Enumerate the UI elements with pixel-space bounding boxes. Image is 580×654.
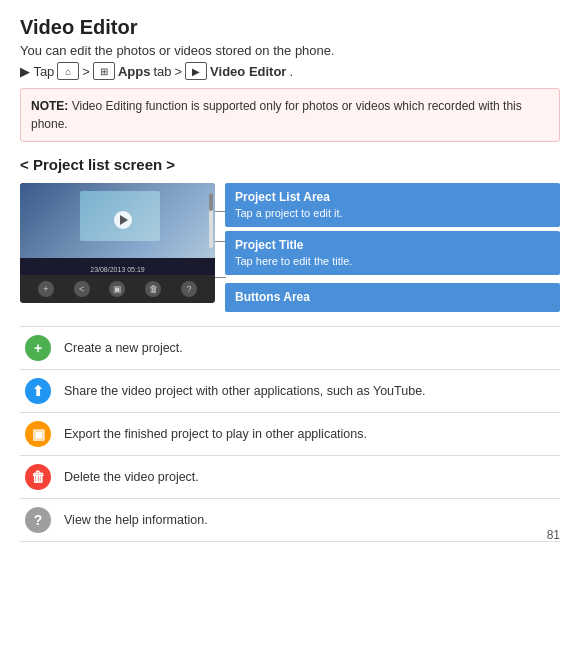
video-editor-label: Video Editor	[210, 64, 286, 79]
callout-buttons-area: Buttons Area	[225, 283, 560, 312]
connector-line-1	[215, 211, 226, 212]
desc-cell-delete: Delete the video project.	[60, 456, 560, 499]
desc-cell-help: View the help information.	[60, 499, 560, 542]
intro-text: You can edit the photos or videos stored…	[20, 43, 560, 58]
note-label: NOTE:	[31, 99, 68, 113]
callout-project-title: Project Title Tap here to edit the title…	[225, 231, 560, 275]
note-text: Video Editing function is supported only…	[31, 99, 522, 131]
table-row: + Create a new project.	[20, 327, 560, 370]
bottom-toolbar: + < ▣ 🗑 ?	[20, 275, 215, 303]
section-header: < Project list screen >	[20, 156, 560, 173]
home-icon: ⌂	[57, 62, 79, 80]
video-editor-icon: ▶	[185, 62, 207, 80]
callout-project-title-title: Project Title	[235, 237, 550, 254]
page-number: 81	[547, 528, 560, 542]
icon-cell-delete: 🗑	[20, 456, 60, 499]
apps-label: Apps	[118, 64, 151, 79]
icon-cell-create: +	[20, 327, 60, 370]
table-row: ▣ Export the finished project to play in…	[20, 413, 560, 456]
tap-greater1: >	[82, 64, 90, 79]
icon-cell-export: ▣	[20, 413, 60, 456]
callout-project-list: Project List Area Tap a project to edit …	[225, 183, 560, 227]
create-icon: +	[25, 335, 51, 361]
connector-line-3	[215, 277, 226, 278]
scrollbar-thumb	[209, 193, 213, 211]
timestamp: 23/08/2013 05:19	[90, 266, 145, 273]
delete-icon: 🗑	[25, 464, 51, 490]
desc-cell-share: Share the video project with other appli…	[60, 370, 560, 413]
tap-greater2: >	[175, 64, 183, 79]
page-title: Video Editor	[20, 16, 560, 39]
table-row: ? View the help information.	[20, 499, 560, 542]
share-icon[interactable]: <	[74, 281, 90, 297]
tap-prefix: ▶ Tap	[20, 64, 54, 79]
help-icon[interactable]: ?	[181, 281, 197, 297]
note-box: NOTE: Video Editing function is supporte…	[20, 88, 560, 142]
table-row: 🗑 Delete the video project.	[20, 456, 560, 499]
screenshot-box: 23/08/2013 05:19 + < ▣ 🗑 ?	[20, 183, 215, 303]
callout-project-title-desc: Tap here to edit the title.	[235, 254, 550, 269]
play-triangle-icon	[120, 215, 128, 225]
period: .	[289, 64, 293, 79]
scrollbar[interactable]	[209, 193, 213, 248]
export-icon[interactable]: ▣	[109, 281, 125, 297]
add-icon[interactable]: +	[38, 281, 54, 297]
desc-cell-create: Create a new project.	[60, 327, 560, 370]
tap-tab: tab	[153, 64, 171, 79]
icon-cell-share: ⬆	[20, 370, 60, 413]
share-icon: ⬆	[25, 378, 51, 404]
help-icon: ?	[25, 507, 51, 533]
callout-labels: Project List Area Tap a project to edit …	[225, 183, 560, 312]
grid-icon: ⊞	[93, 62, 115, 80]
play-button[interactable]	[114, 211, 132, 229]
project-screen-area: 23/08/2013 05:19 + < ▣ 🗑 ?	[20, 183, 560, 312]
callout-buttons-area-title: Buttons Area	[235, 289, 550, 306]
buttons-table: + Create a new project. ⬆ Share the vide…	[20, 326, 560, 542]
desc-cell-export: Export the finished project to play in o…	[60, 413, 560, 456]
delete-icon[interactable]: 🗑	[145, 281, 161, 297]
callout-project-list-title: Project List Area	[235, 189, 550, 206]
tap-line: ▶ Tap ⌂ > ⊞ Apps tab > ▶ Video Editor .	[20, 62, 560, 80]
export-icon: ▣	[25, 421, 51, 447]
icon-cell-help: ?	[20, 499, 60, 542]
connector-line-2	[215, 241, 226, 242]
callout-project-list-desc: Tap a project to edit it.	[235, 206, 550, 221]
table-row: ⬆ Share the video project with other app…	[20, 370, 560, 413]
